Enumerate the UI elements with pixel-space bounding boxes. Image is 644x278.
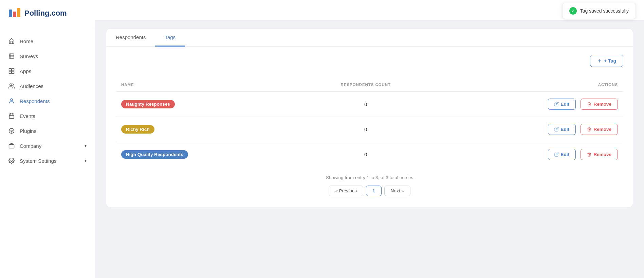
tag-count-cell: 0 bbox=[295, 142, 436, 167]
sidebar-item-respondents[interactable]: Respondents bbox=[0, 93, 95, 108]
apps-icon bbox=[8, 68, 15, 74]
brand-logo-icon bbox=[8, 7, 21, 20]
sidebar-item-company[interactable]: Company ▾ bbox=[0, 138, 95, 153]
tab-respondents[interactable]: Respondents bbox=[106, 29, 155, 47]
sidebar-item-apps[interactable]: Apps bbox=[0, 64, 95, 79]
pagination-controls: « Previous 1 Next » bbox=[329, 186, 410, 196]
audiences-icon bbox=[8, 83, 15, 89]
sidebar-label-surveys: Surveys bbox=[20, 53, 38, 59]
tag-name-cell: High Quality Respondents bbox=[116, 142, 295, 167]
table-row: Naughty Responses 0 Edit Remove bbox=[116, 92, 623, 117]
edit-button[interactable]: Edit bbox=[548, 99, 576, 110]
svg-rect-1 bbox=[13, 12, 16, 17]
sidebar-label-home: Home bbox=[20, 38, 33, 44]
toast-message: Tag saved successfully bbox=[580, 8, 629, 14]
tag-actions-cell: Edit Remove bbox=[436, 142, 623, 167]
toast-success-icon: ✓ bbox=[569, 7, 577, 15]
pagination-info: Showing from entry 1 to 3, of 3 total en… bbox=[326, 175, 413, 180]
logo-area: Polling.com bbox=[0, 0, 95, 28]
tag-name-cell: Richy Rich bbox=[116, 117, 295, 142]
table-area: + Tag NAME RESPONDENTS COUNT ACTIONS bbox=[106, 47, 633, 207]
top-bar: ✓ Tag saved successfully bbox=[95, 0, 644, 20]
tag-count-cell: 0 bbox=[295, 117, 436, 142]
tag-badge: High Quality Respondents bbox=[121, 150, 188, 159]
sidebar-item-audiences[interactable]: Audiences bbox=[0, 79, 95, 93]
tag-actions-cell: Edit Remove bbox=[436, 117, 623, 142]
sidebar-item-plugins[interactable]: Plugins bbox=[0, 123, 95, 138]
tags-table: NAME RESPONDENTS COUNT ACTIONS Naughty R… bbox=[116, 79, 623, 167]
svg-rect-13 bbox=[9, 114, 14, 119]
page-1-button[interactable]: 1 bbox=[366, 186, 382, 196]
sidebar-item-events[interactable]: Events bbox=[0, 108, 95, 123]
table-row: Richy Rich 0 Edit Remove bbox=[116, 117, 623, 142]
respondents-icon bbox=[8, 98, 15, 104]
sidebar-label-system-settings: System Settings bbox=[20, 158, 56, 164]
previous-button[interactable]: « Previous bbox=[329, 186, 363, 196]
sidebar-label-apps: Apps bbox=[20, 68, 31, 74]
col-header-actions: ACTIONS bbox=[436, 79, 623, 92]
tag-actions-cell: Edit Remove bbox=[436, 92, 623, 117]
sidebar-item-system-settings[interactable]: System Settings ▾ bbox=[0, 153, 95, 168]
tag-badge: Naughty Responses bbox=[121, 100, 175, 108]
sidebar-label-events: Events bbox=[20, 113, 35, 119]
sidebar-label-respondents: Respondents bbox=[20, 98, 50, 104]
svg-rect-7 bbox=[9, 69, 12, 71]
tag-name-cell: Naughty Responses bbox=[116, 92, 295, 117]
sidebar-label-company: Company bbox=[20, 143, 41, 149]
svg-rect-9 bbox=[9, 71, 12, 74]
svg-rect-23 bbox=[9, 144, 14, 148]
company-chevron-icon: ▾ bbox=[85, 143, 87, 148]
system-settings-chevron-icon: ▾ bbox=[85, 158, 87, 163]
svg-rect-8 bbox=[12, 69, 14, 71]
brand-name: Polling.com bbox=[24, 9, 67, 18]
sidebar: Polling.com Home Surveys Apps Audiences bbox=[0, 0, 95, 278]
tag-count-cell: 0 bbox=[295, 92, 436, 117]
svg-rect-2 bbox=[17, 8, 20, 17]
settings-icon bbox=[8, 157, 15, 164]
next-button[interactable]: Next » bbox=[384, 186, 410, 196]
plugins-icon bbox=[8, 127, 15, 134]
page-body: Respondents Tags + Tag bbox=[95, 20, 644, 278]
remove-button[interactable]: Remove bbox=[581, 149, 618, 160]
svg-point-24 bbox=[11, 160, 13, 162]
tabs-row: Respondents Tags bbox=[106, 29, 633, 47]
sidebar-label-plugins: Plugins bbox=[20, 128, 36, 134]
svg-point-11 bbox=[10, 84, 12, 86]
remove-button[interactable]: Remove bbox=[581, 124, 618, 135]
svg-point-12 bbox=[11, 99, 13, 101]
toast-notification: ✓ Tag saved successfully bbox=[562, 3, 636, 19]
sidebar-item-home[interactable]: Home bbox=[0, 34, 95, 49]
tab-tags[interactable]: Tags bbox=[155, 29, 185, 47]
tag-badge: Richy Rich bbox=[121, 125, 154, 134]
company-icon bbox=[8, 142, 15, 149]
pagination-area: Showing from entry 1 to 3, of 3 total en… bbox=[116, 167, 623, 199]
add-tag-button[interactable]: + Tag bbox=[590, 55, 623, 67]
home-icon bbox=[8, 38, 15, 45]
main-card: Respondents Tags + Tag bbox=[106, 29, 633, 207]
sidebar-label-audiences: Audiences bbox=[20, 83, 43, 89]
col-header-count: RESPONDENTS COUNT bbox=[295, 79, 436, 92]
svg-point-18 bbox=[11, 130, 13, 132]
svg-rect-3 bbox=[9, 54, 14, 58]
table-row: High Quality Respondents 0 Edit Remove bbox=[116, 142, 623, 167]
events-icon bbox=[8, 112, 15, 119]
svg-rect-10 bbox=[12, 71, 14, 74]
main-content: ✓ Tag saved successfully Respondents Tag… bbox=[95, 0, 644, 278]
sidebar-navigation: Home Surveys Apps Audiences Respondents bbox=[0, 28, 95, 174]
col-header-name: NAME bbox=[116, 79, 295, 92]
edit-button[interactable]: Edit bbox=[548, 124, 576, 135]
edit-button[interactable]: Edit bbox=[548, 149, 576, 160]
svg-rect-0 bbox=[9, 10, 12, 17]
surveys-icon bbox=[8, 53, 15, 59]
sidebar-item-surveys[interactable]: Surveys bbox=[0, 49, 95, 64]
remove-button[interactable]: Remove bbox=[581, 99, 618, 110]
